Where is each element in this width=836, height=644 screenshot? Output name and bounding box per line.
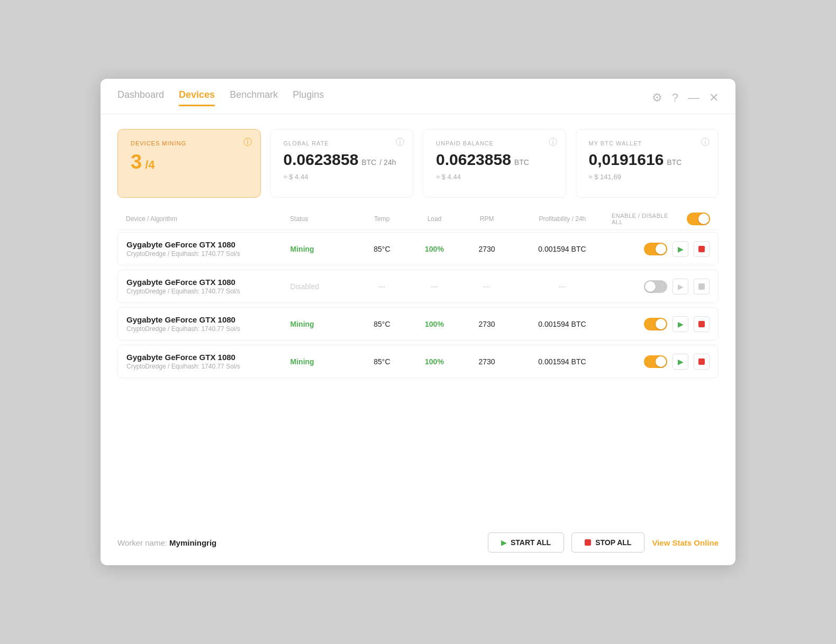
device-temp-2: ---	[356, 282, 408, 291]
start-all-icon: ▶	[501, 539, 506, 547]
info-icon-devices[interactable]: ⓘ	[243, 137, 252, 148]
table-row: Gygabyte GeForce GTX 1080 CryptoDredge /…	[117, 345, 719, 378]
device-info-2: Gygabyte GeForce GTX 1080 CryptoDredge /…	[126, 278, 290, 295]
info-icon-wallet[interactable]: ⓘ	[701, 137, 710, 148]
device-rpm-1: 2730	[460, 245, 513, 253]
device-algo-4: CryptoDredge / Equihash: 1740.77 Sol/s	[126, 363, 290, 370]
device-temp-1: 85°C	[356, 245, 408, 253]
stop-all-button[interactable]: STOP ALL	[571, 532, 644, 553]
device-name-1: Gygabyte GeForce GTX 1080	[126, 240, 290, 249]
device-algo-1: CryptoDredge / Equihash: 1740.77 Sol/s	[126, 250, 290, 257]
tab-dashboard[interactable]: Dashboard	[117, 89, 164, 106]
device-toggle-1[interactable]	[644, 243, 667, 255]
stats-row: ⓘ DEVICES MINING 3 /4 ⓘ GLOBAL RATE 0.06…	[117, 129, 719, 198]
table-row: Gygabyte GeForce GTX 1080 CryptoDredge /…	[117, 232, 719, 265]
enable-all-toggle[interactable]	[687, 213, 710, 225]
device-profit-1: 0.001594 BTC	[513, 245, 612, 253]
btc-wallet-value: 0,0191616 BTC	[589, 151, 706, 169]
device-algo-2: CryptoDredge / Equihash: 1740.77 Sol/s	[126, 288, 290, 295]
header-profit: Profitability / 24h	[513, 215, 612, 223]
device-play-4[interactable]: ▶	[673, 354, 688, 370]
device-toggle-4[interactable]	[644, 355, 667, 368]
start-all-button[interactable]: ▶ START ALL	[488, 532, 564, 553]
btc-wallet-label: MY BTC WALLET	[589, 140, 706, 146]
devices-mining-label: DEVICES MINING	[131, 140, 248, 146]
device-temp-4: 85°C	[356, 357, 408, 366]
status-label-3: Mining	[290, 320, 314, 328]
device-algo-3: CryptoDredge / Equihash: 1740.77 Sol/s	[126, 325, 290, 333]
global-rate-value: 0.0623858 BTC / 24h	[284, 151, 401, 169]
view-stats-button[interactable]: View Stats Online	[652, 538, 719, 547]
devices-mining-count: 3	[131, 151, 142, 173]
stat-devices-mining: ⓘ DEVICES MINING 3 /4	[117, 129, 261, 198]
device-actions-2: ▶	[611, 279, 710, 295]
stat-global-rate: ⓘ GLOBAL RATE 0.0623858 BTC / 24h ≈ $ 4.…	[270, 129, 414, 198]
worker-name: Myminingrig	[169, 538, 216, 547]
stop-all-icon	[585, 539, 591, 546]
stat-btc-wallet: ⓘ MY BTC WALLET 0,0191616 BTC ≈ $ 141,69	[576, 129, 719, 198]
device-stop-2[interactable]	[694, 279, 710, 295]
device-profit-4: 0.001594 BTC	[513, 357, 612, 366]
header-status: Status	[290, 215, 356, 223]
header-enable-disable: ENABLE / DISABLE ALL	[612, 213, 710, 225]
btc-wallet-unit: BTC	[667, 158, 681, 167]
device-rpm-3: 2730	[460, 320, 513, 328]
device-stop-4[interactable]	[694, 354, 710, 370]
device-info-4: Gygabyte GeForce GTX 1080 CryptoDredge /…	[126, 353, 290, 370]
unpaid-balance-approx: ≈ $ 4.44	[436, 173, 553, 181]
header-load: Load	[408, 215, 460, 223]
nav-tabs: Dashboard Devices Benchmark Plugins	[117, 89, 324, 106]
info-icon-global-rate[interactable]: ⓘ	[396, 137, 404, 148]
device-status-3: Mining	[290, 319, 356, 329]
device-play-1[interactable]: ▶	[673, 241, 688, 257]
status-label-1: Mining	[290, 245, 314, 253]
start-all-label: START ALL	[511, 538, 551, 547]
device-stop-3[interactable]	[694, 316, 710, 332]
device-rpm-4: 2730	[460, 357, 513, 366]
device-temp-3: 85°C	[356, 320, 408, 328]
btc-wallet-approx: ≈ $ 141,69	[589, 173, 706, 181]
device-toggle-3[interactable]	[644, 318, 667, 330]
device-load-3: 100%	[408, 320, 460, 328]
global-rate-approx: ≈ $ 4.44	[284, 173, 401, 181]
worker-label: Worker name: Myminingrig	[117, 538, 216, 547]
device-toggle-2[interactable]	[644, 280, 667, 293]
close-icon[interactable]: ✕	[709, 92, 719, 104]
global-rate-unit: BTC	[361, 158, 376, 167]
stop-all-label: STOP ALL	[595, 538, 631, 547]
tab-devices[interactable]: Devices	[179, 89, 215, 106]
device-profit-2: ---	[513, 282, 612, 291]
footer: Worker name: Myminingrig ▶ START ALL STO…	[101, 523, 735, 565]
device-load-4: 100%	[408, 357, 460, 366]
status-label-2: Disabled	[290, 282, 319, 291]
device-stop-1[interactable]	[694, 241, 710, 257]
help-icon[interactable]: ?	[672, 92, 678, 104]
minimize-icon[interactable]: —	[688, 92, 699, 104]
window-controls: ⚙ ? — ✕	[652, 92, 719, 104]
device-play-3[interactable]: ▶	[673, 316, 688, 332]
device-profit-3: 0.001594 BTC	[513, 320, 612, 328]
main-content: ⓘ DEVICES MINING 3 /4 ⓘ GLOBAL RATE 0.06…	[101, 114, 735, 523]
devices-mining-value: 3 /4	[131, 151, 248, 173]
table-header: Device / Algorithm Status Temp Load RPM …	[117, 213, 719, 230]
device-actions-3: ▶	[611, 316, 710, 332]
header-device: Device / Algorithm	[126, 215, 290, 223]
tab-benchmark[interactable]: Benchmark	[230, 89, 278, 106]
device-load-2: ---	[408, 282, 460, 291]
worker-label-text: Worker name:	[117, 538, 167, 547]
app-window: Dashboard Devices Benchmark Plugins ⚙ ? …	[101, 79, 735, 565]
settings-icon[interactable]: ⚙	[652, 92, 662, 104]
status-label-4: Mining	[290, 357, 314, 366]
device-status-1: Mining	[290, 244, 356, 254]
header-temp: Temp	[356, 215, 408, 223]
device-actions-1: ▶	[611, 241, 710, 257]
info-icon-unpaid[interactable]: ⓘ	[549, 137, 557, 148]
device-info-1: Gygabyte GeForce GTX 1080 CryptoDredge /…	[126, 240, 290, 257]
device-status-2: Disabled	[290, 282, 356, 291]
device-rpm-2: ---	[460, 282, 513, 291]
global-rate-number: 0.0623858	[284, 151, 359, 169]
enable-disable-label: ENABLE / DISABLE ALL	[612, 213, 679, 225]
device-play-2[interactable]: ▶	[673, 279, 688, 295]
tab-plugins[interactable]: Plugins	[293, 89, 324, 106]
btc-wallet-number: 0,0191616	[589, 151, 664, 169]
